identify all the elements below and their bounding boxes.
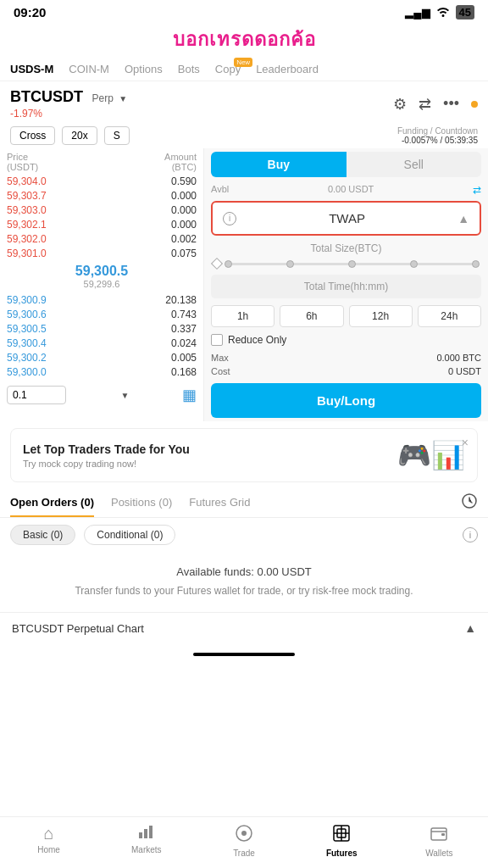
markets-icon xyxy=(138,824,155,843)
time-1h[interactable]: 1h xyxy=(211,305,274,327)
nav-markets[interactable]: Markets xyxy=(97,817,195,868)
tick-dropdown-icon[interactable]: ▼ xyxy=(121,391,130,400)
twap-label: TWAP xyxy=(243,211,451,225)
avbl-label: Avbl xyxy=(211,184,229,196)
positions-tab[interactable]: Positions (0) xyxy=(111,489,172,517)
table-row: 59,300.20.005 xyxy=(7,350,197,364)
wifi-icon xyxy=(435,5,451,19)
svg-point-5 xyxy=(241,831,247,836)
ob-amount-header: Amount (BTC) xyxy=(164,152,197,172)
reduce-only-checkbox[interactable] xyxy=(211,334,223,346)
twap-selector[interactable]: i TWAP ▲ xyxy=(211,201,481,236)
table-row: 59,302.00.002 xyxy=(7,231,197,246)
buy-long-button[interactable]: Buy/Long xyxy=(211,383,481,418)
trade-icon xyxy=(235,824,253,847)
banner-ad-desc: Try mock copy trading now! xyxy=(23,459,190,469)
nav-wallets[interactable]: Wallets xyxy=(391,817,488,868)
futures-grid-tab[interactable]: Futures Grid xyxy=(189,489,250,517)
open-orders-tab[interactable]: Open Orders (0) xyxy=(10,489,94,517)
total-time-label: Total Time(hh:mm) xyxy=(211,275,481,298)
table-row: 59,300.40.024 xyxy=(7,336,197,350)
size-slider[interactable] xyxy=(211,259,481,268)
table-row: 59,300.00.168 xyxy=(7,364,197,379)
table-row: 59,303.70.000 xyxy=(7,188,197,203)
chart-title: BTCUSDT Perpetual Chart xyxy=(12,622,144,635)
home-icon: ⌂ xyxy=(44,824,54,843)
funding-value: -0.0057% / 05:39:35 xyxy=(397,136,478,145)
chart-settings-icon[interactable]: ⚙ xyxy=(393,95,407,114)
sell-tab[interactable]: Sell xyxy=(347,152,482,177)
futures-icon xyxy=(332,824,351,847)
time-buttons: 1h 6h 12h 24h xyxy=(211,305,481,327)
conditional-sub-tab[interactable]: Conditional (0) xyxy=(84,525,175,545)
transfer-icon[interactable]: ⇄ xyxy=(473,184,481,196)
chart-collapse-icon[interactable]: ▲ xyxy=(464,621,476,635)
svg-rect-1 xyxy=(139,832,142,838)
buy-tab[interactable]: Buy xyxy=(211,152,347,177)
banner-ad-icon: 🎮📊 xyxy=(397,439,465,471)
tick-size-input[interactable] xyxy=(7,386,66,404)
ob-footer: ▼ ▦ xyxy=(7,386,197,404)
wallets-label: Wallets xyxy=(425,849,452,858)
pair-dropdown-icon[interactable]: ▼ xyxy=(119,94,127,103)
funds-title: Available funds: 0.00 USDT xyxy=(17,565,471,578)
sub-tabs: Basic (0) Conditional (0) i xyxy=(0,518,488,552)
nav-futures[interactable]: Futures xyxy=(293,817,391,868)
banner-ad-close[interactable]: × xyxy=(462,436,469,449)
nav-copy[interactable]: Copy New xyxy=(215,63,241,75)
leverage-btn[interactable]: 20x xyxy=(62,126,97,145)
chart-section[interactable]: BTCUSDT Perpetual Chart ▲ xyxy=(0,612,488,643)
wallets-icon xyxy=(430,824,448,847)
ob-mid-price: 59,300.5 59,299.6 xyxy=(7,260,197,292)
home-bar xyxy=(193,653,295,656)
table-row: 59,302.10.000 xyxy=(7,217,197,231)
ob-col-headers: Price (USDT) Amount (BTC) xyxy=(7,152,197,172)
more-icon[interactable]: ••• xyxy=(443,95,459,113)
slider-track[interactable] xyxy=(225,263,480,265)
total-size-label: Total Size(BTC) xyxy=(211,242,481,254)
sub-tab-info-icon[interactable]: i xyxy=(463,527,478,542)
buy-sell-tabs: Buy Sell xyxy=(211,152,481,177)
order-settings-icon[interactable]: ⇄ xyxy=(419,95,431,114)
pair-change: -1.97% xyxy=(10,108,127,120)
home-label: Home xyxy=(37,845,60,854)
max-value: 0.000 BTC xyxy=(436,353,481,363)
time-12h[interactable]: 12h xyxy=(349,305,413,327)
pair-icons: ⚙ ⇄ ••• xyxy=(393,95,478,114)
time-24h[interactable]: 24h xyxy=(418,305,481,327)
depth-chart-icon[interactable]: ▦ xyxy=(182,386,197,404)
status-icons: ▂▄▆ 45 xyxy=(405,5,474,19)
table-row: 59,300.50.337 xyxy=(7,321,197,336)
signal-icon: ▂▄▆ xyxy=(405,6,430,19)
nav-bots[interactable]: Bots xyxy=(178,63,200,75)
reduce-only-row: Reduce Only xyxy=(211,334,481,346)
orderbook: Price (USDT) Amount (BTC) 59,304.00.590 … xyxy=(0,148,203,421)
cross-mode-btn[interactable]: Cross xyxy=(10,126,55,145)
notification-dot xyxy=(471,101,478,108)
markets-label: Markets xyxy=(131,845,162,854)
battery-icon: 45 xyxy=(456,5,474,19)
reduce-only-label: Reduce Only xyxy=(228,334,286,346)
basic-sub-tab[interactable]: Basic (0) xyxy=(10,525,75,545)
twap-dropdown-icon[interactable]: ▲ xyxy=(458,212,469,225)
banner-ad-text: Let Top Traders Trade for You Try mock c… xyxy=(23,442,190,469)
nav-trade[interactable]: Trade xyxy=(195,817,292,868)
nav-coin-m[interactable]: COIN-M xyxy=(69,63,109,75)
slider-handle[interactable] xyxy=(211,258,223,270)
banner-ad-title: Let Top Traders Trade for You xyxy=(23,442,190,456)
nav-home[interactable]: ⌂ Home xyxy=(0,817,97,868)
nav-leaderboard[interactable]: Leaderboard xyxy=(256,63,319,75)
twap-info-icon[interactable]: i xyxy=(223,212,236,225)
table-row: 59,301.00.075 xyxy=(7,246,197,260)
main-content: Price (USDT) Amount (BTC) 59,304.00.590 … xyxy=(0,148,488,421)
time-6h[interactable]: 6h xyxy=(280,305,343,327)
copy-new-badge: New xyxy=(234,58,252,67)
home-bar-container xyxy=(0,643,488,669)
table-row: 59,300.60.743 xyxy=(7,307,197,321)
nav-options[interactable]: Options xyxy=(125,63,163,75)
futures-label: Futures xyxy=(326,849,358,858)
size-btn[interactable]: S xyxy=(104,126,130,145)
controls-row: Cross 20x S Funding / Countdown -0.0057%… xyxy=(0,123,488,148)
orders-settings-icon[interactable] xyxy=(461,492,478,514)
nav-usds-m[interactable]: USDS-M xyxy=(10,63,53,75)
